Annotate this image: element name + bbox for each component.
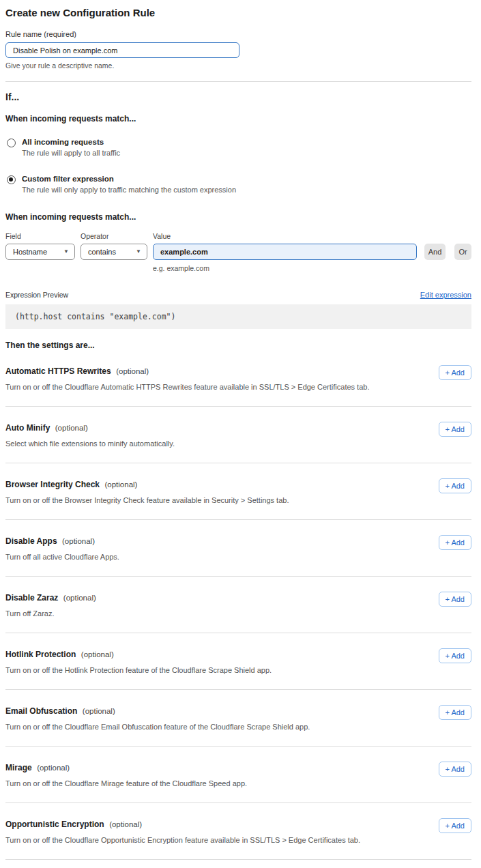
operator-select-value: contains [88,248,116,256]
setting-row: Mirage (optional) Turn on or off the Clo… [5,747,471,803]
setting-row: Disable Zaraz (optional) Turn off Zaraz.… [5,577,471,633]
radio-button-icon[interactable] [7,139,16,147]
match-heading: When incoming requests match... [5,114,471,124]
expression-preview-row: Expression Preview Edit expression [5,291,471,299]
add-setting-button[interactable]: + Add [439,422,471,437]
chevron-down-icon: ▼ [136,248,141,255]
settings-list: Automatic HTTPS Rewrites (optional) Turn… [5,350,471,860]
edit-expression-link[interactable]: Edit expression [420,291,471,299]
setting-description: Turn on or off the Hotlink Protection fe… [5,666,272,674]
rule-name-help: Give your rule a descriptive name. [5,61,471,70]
setting-title: Opportunistic Encryption (optional) [5,818,360,830]
setting-row: Browser Integrity Check (optional) Turn … [5,463,471,520]
create-configuration-rule-form: Create new Configuration Rule Rule name … [0,0,481,868]
or-button[interactable]: Or [454,244,471,260]
field-column-label: Field [5,232,81,240]
value-input[interactable] [153,244,417,260]
setting-row: Automatic HTTPS Rewrites (optional) Turn… [5,350,471,407]
rule-name-input[interactable] [5,42,239,58]
add-setting-button[interactable]: + Add [439,535,471,550]
radio-option-label: Custom filter expression [22,175,236,183]
setting-title: Auto Minify (optional) [5,421,175,433]
add-setting-button[interactable]: + Add [439,705,471,720]
add-setting-button[interactable]: + Add [439,762,471,777]
then-settings-heading: Then the settings are... [5,341,471,350]
radio-button-selected-icon[interactable] [7,175,16,184]
setting-description: Turn off Zaraz. [5,609,96,618]
value-column-label: Value [153,232,171,240]
page-title: Create new Configuration Rule [5,7,471,18]
radio-option-label: All incoming requests [22,138,120,146]
add-setting-button[interactable]: + Add [439,478,471,493]
request-match-radio-group: All incoming requests The rule will appl… [5,138,471,194]
expression-preview-label: Expression Preview [5,291,68,299]
setting-description: Turn on or off the Cloudflare Mirage fea… [5,779,247,787]
setting-description: Select which file extensions to minify a… [5,439,175,448]
and-button[interactable]: And [424,244,446,260]
setting-row-polish-expanded: Polish (optional) ✕ Change the settings … [5,860,471,868]
setting-description: Turn on or off the Cloudflare Automatic … [5,383,369,391]
rule-name-label: Rule name (required) [5,30,471,38]
setting-title: Disable Apps (optional) [5,534,119,547]
field-select[interactable]: Hostname ▼ [5,244,75,260]
setting-row: Disable Apps (optional) Turn off all act… [5,520,471,577]
value-hint: e.g. example.com [153,264,471,272]
radio-option-description: The rule will only apply to traffic matc… [22,186,236,194]
setting-title: Mirage (optional) [5,761,247,773]
radio-option-all-requests[interactable]: All incoming requests The rule will appl… [5,138,471,157]
add-setting-button[interactable]: + Add [439,818,471,833]
radio-option-custom-expression[interactable]: Custom filter expression The rule will o… [5,175,471,194]
setting-description: Turn on or off the Cloudflare Opportunis… [5,836,360,844]
setting-row: Auto Minify (optional) Select which file… [5,407,471,463]
setting-description: Turn on or off the Cloudflare Email Obfu… [5,723,310,731]
setting-title: Hotlink Protection (optional) [5,648,272,660]
expression-builder-labels: Field Operator Value [5,232,471,240]
setting-title: Automatic HTTPS Rewrites (optional) [5,364,369,377]
setting-title: Email Obfuscation (optional) [5,704,310,717]
setting-row: Email Obfuscation (optional) Turn on or … [5,690,471,747]
setting-title: Disable Zaraz (optional) [5,591,96,603]
setting-row: Opportunistic Encryption (optional) Turn… [5,803,471,860]
if-heading: If... [5,91,471,102]
setting-row: Hotlink Protection (optional) Turn on or… [5,633,471,690]
add-setting-button[interactable]: + Add [439,648,471,663]
setting-description: Turn on or off the Browser Integrity Che… [5,496,289,504]
add-setting-button[interactable]: + Add [439,365,471,380]
expression-builder-heading: When incoming requests match... [5,212,471,222]
chevron-down-icon: ▼ [63,248,69,255]
add-setting-button[interactable]: + Add [439,592,471,607]
setting-description: Turn off all active Cloudflare Apps. [5,553,119,561]
expression-builder-row: Hostname ▼ contains ▼ And Or [5,244,471,260]
operator-select[interactable]: contains ▼ [81,244,147,260]
radio-option-description: The rule will apply to all traffic [22,149,120,157]
section-divider [5,81,471,82]
operator-column-label: Operator [81,232,153,240]
expression-preview-code: (http.host contains "example.com") [5,304,471,329]
field-select-value: Hostname [13,248,47,256]
setting-title: Browser Integrity Check (optional) [5,478,289,490]
